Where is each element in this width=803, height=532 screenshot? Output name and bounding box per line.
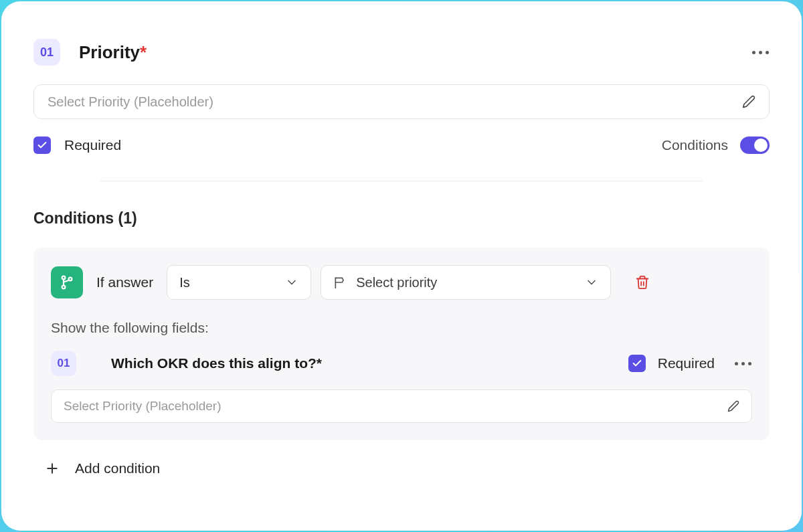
nested-priority-select-input[interactable]: Select Priority (Placeholder) xyxy=(51,389,752,423)
flag-icon xyxy=(333,276,347,289)
priority-placeholder: Select Priority (Placeholder) xyxy=(48,94,213,110)
priority-select-input[interactable]: Select Priority (Placeholder) xyxy=(33,84,770,119)
nested-field-title-text: Which OKR does this align to? xyxy=(111,355,317,371)
nested-required-checkbox[interactable] xyxy=(628,355,646,372)
condition-branch-icon xyxy=(51,266,83,298)
nested-field-number-badge: 01 xyxy=(51,351,76,376)
conditions-toggle[interactable] xyxy=(740,137,770,154)
field-title-text: Priority xyxy=(79,42,140,62)
chevron-down-icon xyxy=(585,276,598,289)
chevron-down-icon xyxy=(285,276,298,289)
nested-required-asterisk: * xyxy=(317,355,322,371)
conditions-toggle-label: Conditions xyxy=(662,137,728,153)
required-asterisk: * xyxy=(140,42,147,62)
condition-block: If answer Is Select priority xyxy=(33,248,770,440)
nested-placeholder-text: Select Priority (Placeholder) xyxy=(64,399,221,414)
required-label: Required xyxy=(64,137,121,153)
nested-field-more-menu[interactable] xyxy=(733,357,752,370)
edit-placeholder-icon[interactable] xyxy=(742,95,755,108)
condition-operator-select[interactable]: Is xyxy=(167,265,311,300)
value-placeholder: Select priority xyxy=(356,275,437,290)
delete-condition-button[interactable] xyxy=(635,275,650,290)
add-condition-label: Add condition xyxy=(75,460,160,476)
field-number: 01 xyxy=(40,46,54,60)
field-number-badge: 01 xyxy=(33,39,60,66)
required-checkbox[interactable] xyxy=(33,137,51,154)
section-divider xyxy=(100,181,703,181)
nested-required-label: Required xyxy=(658,355,715,371)
field-more-menu[interactable] xyxy=(751,46,770,59)
nested-edit-placeholder-icon[interactable] xyxy=(727,400,739,412)
operator-value: Is xyxy=(179,275,190,290)
show-fields-label: Show the following fields: xyxy=(51,320,752,336)
if-answer-label: If answer xyxy=(96,274,153,290)
plus-icon xyxy=(46,462,59,475)
add-condition-button[interactable]: Add condition xyxy=(33,460,770,476)
field-title: Priority* xyxy=(79,42,147,63)
nested-field-number: 01 xyxy=(58,357,70,370)
condition-value-select[interactable]: Select priority xyxy=(321,265,611,300)
conditions-heading: Conditions (1) xyxy=(33,209,770,228)
nested-field-title: Which OKR does this align to?* xyxy=(111,355,322,371)
